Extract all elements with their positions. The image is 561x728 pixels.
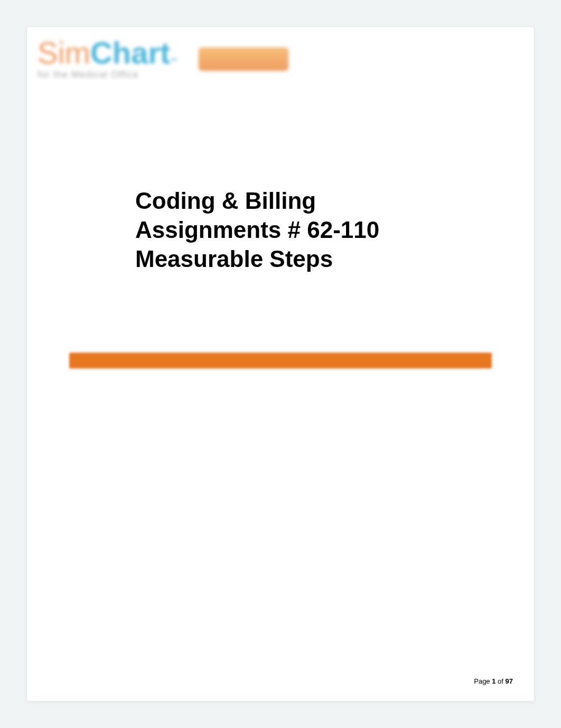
header-section: Sim Chart ™ for the Medical Office [38, 38, 523, 80]
title-line-1: Coding & Billing [135, 186, 431, 215]
title-line-3: Measurable Steps [135, 244, 431, 273]
logo-chart-text: Chart [90, 38, 170, 68]
logo-trademark: ™ [170, 57, 177, 64]
document-title-section: Coding & Billing Assignments # 62-110 Me… [135, 186, 431, 273]
logo-tagline: for the Medical Office [38, 69, 177, 80]
logo-block: Sim Chart ™ for the Medical Office [38, 38, 177, 80]
footer-prefix: Page [474, 677, 492, 685]
total-pages: 97 [506, 677, 513, 685]
title-line-2: Assignments # 62-110 [135, 215, 431, 244]
header-button [199, 48, 288, 71]
page-footer: Page 1 of 97 [474, 677, 513, 685]
footer-separator: of [495, 677, 505, 685]
document-page: Sim Chart ™ for the Medical Office Codin… [26, 26, 535, 702]
logo-sim-text: Sim [38, 38, 90, 68]
divider-bar [69, 353, 492, 368]
logo-text: Sim Chart ™ [38, 38, 177, 68]
